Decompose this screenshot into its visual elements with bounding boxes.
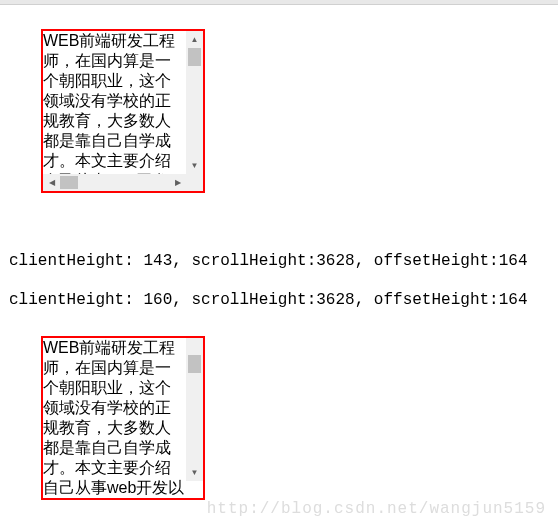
window-chrome-strip (0, 0, 558, 5)
scroll-v-thumb[interactable] (188, 355, 201, 373)
scroll-box-1: WEB前端研发工程师，在国内算是一个朝阳职业，这个领域没有学校的正规教育，大多数… (41, 29, 205, 193)
scroll-down-button[interactable]: ▼ (186, 464, 203, 481)
scroll-box-2-content: WEB前端研发工程师，在国内算是一个朝阳职业，这个领域没有学校的正规教育，大多数… (43, 338, 203, 498)
scroll-up-button[interactable]: ▲ (186, 31, 203, 48)
scroll-box-2-vscrollbar[interactable]: ▲ ▼ (186, 338, 203, 481)
scroll-right-button[interactable]: ▶ (169, 174, 186, 191)
scroll-h-thumb[interactable] (60, 176, 78, 189)
watermark-url: http://blog.csdn.net/wangjun5159 (207, 500, 546, 518)
scroll-left-button[interactable]: ◀ (43, 174, 60, 191)
scroll-corner (186, 338, 203, 355)
measurement-line-2: clientHeight: 160, scrollHeight:3628, of… (9, 291, 527, 309)
scroll-v-track[interactable] (186, 48, 203, 157)
scroll-v-thumb[interactable] (188, 48, 201, 66)
measurement-line-1: clientHeight: 143, scrollHeight:3628, of… (9, 252, 527, 270)
scroll-box-2: WEB前端研发工程师，在国内算是一个朝阳职业，这个领域没有学校的正规教育，大多数… (41, 336, 205, 500)
scroll-box-1-vscrollbar[interactable]: ▲ ▼ (186, 31, 203, 174)
scroll-h-track[interactable] (60, 174, 169, 191)
scroll-corner (186, 174, 203, 191)
scroll-box-1-hscrollbar[interactable]: ◀ ▶ (43, 174, 186, 191)
scroll-down-button[interactable]: ▼ (186, 157, 203, 174)
scroll-v-track[interactable] (186, 355, 203, 464)
scroll-box-1-content: WEB前端研发工程师，在国内算是一个朝阳职业，这个领域没有学校的正规教育，大多数… (43, 31, 203, 191)
